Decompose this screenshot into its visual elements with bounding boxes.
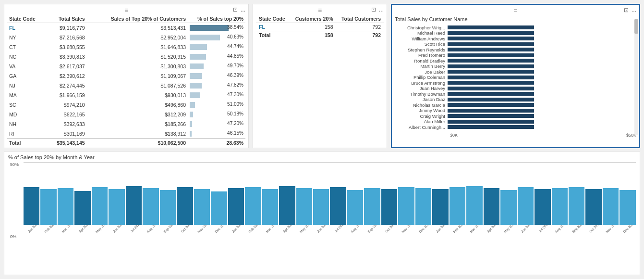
month-bar[interactable]	[381, 189, 397, 225]
expand-icon-cust[interactable]: ⊡	[371, 6, 376, 13]
month-label: May 2015	[94, 225, 114, 237]
pct-bar-cell: 38.54%	[188, 23, 245, 33]
pct-bar-cell: 47.82%	[188, 81, 245, 90]
month-bar[interactable]	[58, 188, 73, 225]
month-bar[interactable]	[92, 187, 108, 225]
cust-col-state[interactable]: State Code	[256, 15, 290, 23]
table-row: NC $3,390,813 $1,520,915 44.85%	[7, 52, 245, 62]
month-bar[interactable]	[160, 190, 176, 225]
table-row: GA $2,390,612 $1,109,067 46.39%	[7, 71, 245, 81]
col-total[interactable]: Total Sales	[46, 15, 87, 23]
month-bar[interactable]	[603, 188, 619, 225]
month-bar-wrap	[245, 187, 261, 225]
total-sales: $392,633	[46, 119, 87, 129]
scrollbar-thumb[interactable]	[634, 19, 638, 34]
month-label: Jun 2015	[111, 225, 131, 237]
bar-row: Christopher Wrig...	[395, 25, 636, 30]
total-sales: $2,390,612	[46, 71, 87, 81]
scrollbar[interactable]	[634, 19, 638, 135]
cust-total-20: 158	[290, 31, 336, 39]
month-bar[interactable]	[585, 189, 601, 225]
total-sales: $622,165	[46, 110, 87, 119]
col-top20[interactable]: Sales of Top 20% of Customers	[87, 15, 188, 23]
month-bar[interactable]	[245, 187, 261, 225]
table-row: NH $392,633 $185,266 47.20%	[7, 119, 245, 129]
pct-bar-cell: 47.30%	[188, 90, 245, 100]
month-bar[interactable]	[466, 186, 482, 225]
month-bar[interactable]	[143, 188, 158, 225]
month-label: Jul 2016	[332, 225, 352, 237]
total-total: $35,143,145	[46, 139, 87, 147]
bar-chart-axis: $0K $50K	[450, 133, 636, 138]
month-bar[interactable]	[74, 191, 90, 226]
month-label: Jan 2015	[26, 225, 46, 237]
bar-row: Martin Berry	[395, 64, 636, 69]
month-bar[interactable]	[432, 189, 448, 225]
month-bar[interactable]	[569, 187, 584, 225]
month-bar[interactable]	[347, 190, 363, 225]
month-bar[interactable]	[279, 186, 295, 225]
top20-sales: $312,209	[87, 110, 188, 119]
month-bar[interactable]	[24, 187, 39, 225]
table-row: MA $1,966,159 $930,013 47.30%	[7, 90, 245, 100]
month-bar[interactable]	[450, 187, 465, 225]
month-bar[interactable]	[535, 189, 550, 225]
col-state[interactable]: State Code	[7, 15, 46, 23]
more-icon-bar[interactable]: ...	[632, 7, 636, 13]
bar-label: William Andrews	[395, 36, 448, 41]
cust-total: 792	[336, 23, 384, 31]
drag-handle[interactable]: ≡	[124, 6, 128, 14]
month-bar[interactable]	[126, 186, 142, 225]
expand-icon[interactable]: ⊡	[233, 6, 238, 13]
y-label-50: 50%	[10, 162, 19, 167]
customers-panel: ≡ ⊡ ... State Code Customers 20% Total C…	[253, 4, 387, 148]
month-bar-wrap	[160, 190, 176, 225]
bar-row: Albert Cunningh...	[395, 125, 636, 129]
month-bar[interactable]	[552, 188, 568, 225]
drag-handle-cust[interactable]: ≡	[318, 6, 322, 14]
bar-track	[448, 120, 534, 124]
bar-chart-panel-header: ⊡ ...	[624, 7, 636, 13]
month-bar[interactable]	[109, 189, 124, 225]
month-bar[interactable]	[484, 188, 499, 225]
month-bar[interactable]	[518, 187, 534, 225]
more-icon-cust[interactable]: ...	[379, 6, 384, 13]
month-bar[interactable]	[194, 189, 210, 225]
table-panel-header: ⊡ ...	[233, 6, 245, 13]
month-bar[interactable]	[228, 188, 244, 225]
month-bar[interactable]	[211, 191, 227, 225]
bar-track	[448, 53, 534, 57]
expand-icon-bar[interactable]: ⊡	[624, 7, 629, 13]
month-bar[interactable]	[40, 189, 56, 225]
bar-row: Joe Baker	[395, 69, 636, 74]
month-bar[interactable]	[500, 190, 516, 225]
col-pct[interactable]: % of Sales top 20%	[188, 15, 245, 23]
cust-20: 158	[290, 23, 336, 31]
pct-bar-cell: 51.00%	[188, 100, 245, 110]
bar-track	[448, 42, 534, 46]
month-bar[interactable]	[620, 190, 635, 225]
more-icon[interactable]: ...	[241, 6, 245, 13]
month-bar-wrap	[569, 187, 584, 225]
top20-sales: $1,520,915	[87, 52, 188, 62]
drag-handle-bar[interactable]: =	[513, 7, 517, 14]
month-bar[interactable]	[398, 187, 414, 225]
bar-label: Craig Wright	[395, 114, 448, 119]
bar-row: Jimmy Wood	[395, 108, 636, 113]
month-bar[interactable]	[296, 188, 312, 225]
cust-col-total[interactable]: Total Customers	[336, 15, 384, 23]
month-bar[interactable]	[364, 188, 380, 225]
month-bar[interactable]	[177, 187, 193, 225]
month-bar[interactable]	[313, 189, 329, 225]
month-bar[interactable]	[415, 188, 431, 225]
bar-label: Juan Harvey	[395, 86, 448, 91]
month-bar-wrap	[58, 188, 73, 225]
cust-col-20[interactable]: Customers 20%	[290, 15, 336, 23]
month-label: Jun 2016	[315, 225, 335, 237]
state-code: NC	[7, 52, 46, 62]
month-bar[interactable]	[262, 189, 278, 225]
month-label: Oct 2016	[383, 225, 403, 237]
bar-row: Craig Wright	[395, 114, 636, 118]
cust-total-total: 792	[336, 31, 384, 39]
month-bar[interactable]	[330, 187, 346, 225]
